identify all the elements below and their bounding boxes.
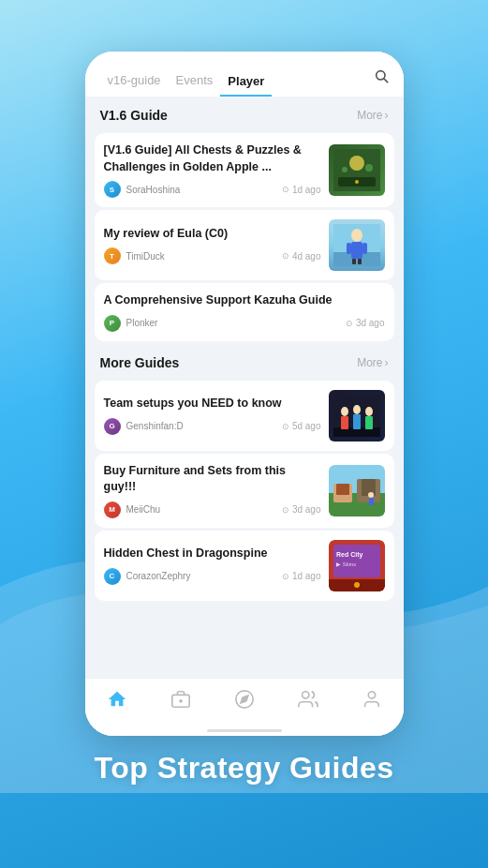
compass-icon [233,688,256,711]
guide-text-4: Team setups you NEED to know G Genshinfa… [104,396,321,435]
time-4: ⊙ 5d ago [282,421,321,431]
svg-point-43 [302,692,308,698]
svg-rect-27 [336,484,349,495]
time-6: ⊙ 1d ago [282,571,321,581]
tab-player[interactable]: Player [220,70,272,97]
time-5: ⊙ 3d ago [282,504,321,515]
svg-point-6 [365,164,373,172]
svg-point-5 [342,167,348,172]
guide-thumb-1 [329,144,385,196]
guide-card-1[interactable]: [V1.6 Guide] All Chests & Puzzles & Chal… [95,133,394,207]
top-navigation: v16-guide Events Player [85,52,404,97]
clock-icon-4: ⊙ [282,422,289,431]
svg-marker-42 [241,696,248,703]
guide-meta-6: C CorazonZephry ⊙ 1d ago [104,568,321,585]
section-header-more: More Guides More › [85,344,404,378]
guide-card-4[interactable]: Team setups you NEED to know G Genshinfa… [95,381,394,451]
home-bar [207,729,282,732]
guide-meta-1: S SoraHoshina ⊙ 1d ago [104,181,321,198]
home-indicator [85,724,404,736]
guide-title-3: A Comprehensive Support Kazuha Guide [104,292,385,309]
svg-point-30 [368,492,374,498]
guide-thumb-6: Red City ▶ Skins [329,540,385,591]
svg-point-18 [341,407,348,416]
avatar-3: P [104,315,121,332]
avatar-5: M [104,501,121,518]
guide-thumb-5 [329,465,385,516]
svg-point-22 [365,407,373,416]
nav-profile[interactable] [351,686,392,712]
time-2: ⊙ 4d ago [282,251,321,262]
app-content: v16-guide Events Player V1.6 Guide Mo [85,52,404,736]
time-3: ⊙ 3d ago [346,318,385,328]
svg-rect-14 [352,259,356,264]
guide-title-6: Hidden Chest in Dragonspine [104,546,321,562]
guide-title-2: My review of Eula (C0) [104,226,321,243]
svg-rect-19 [341,416,348,429]
more-link-v16[interactable]: More › [357,109,388,122]
content-scroll-area[interactable]: V1.6 Guide More › [V1.6 Guide] All Chest… [85,97,404,678]
svg-point-37 [354,582,360,588]
tab-events[interactable]: Events [169,69,221,97]
guide-card-5[interactable]: Buy Furniture and Sets from this guy!!! … [95,454,394,528]
tab-recommended[interactable]: v16-guide [100,69,169,97]
svg-rect-31 [369,498,374,505]
community-icon [297,688,319,711]
clock-icon-2: ⊙ [282,251,289,261]
guide-card-6[interactable]: Hidden Chest in Dragonspine C CorazonZep… [95,531,394,601]
username-1: SoraHoshina [126,185,181,195]
guide-meta-2: T TimiDuck ⊙ 4d ago [104,247,321,264]
guide-text-1: [V1.6 Guide] All Chests & Puzzles & Chal… [104,142,321,198]
svg-point-20 [353,405,361,414]
avatar-1: S [104,181,121,198]
avatar-2: T [104,247,121,264]
search-button[interactable] [366,68,389,97]
svg-rect-21 [353,414,361,429]
nav-home[interactable] [96,686,138,712]
profile-icon [361,688,383,711]
nav-community[interactable] [288,686,329,712]
guide-meta-3: P Plonker ⊙ 3d ago [104,315,385,332]
time-1: ⊙ 1d ago [282,185,321,195]
bottom-navigation [85,678,404,724]
nav-explore[interactable] [224,686,265,712]
guide-card-3[interactable]: A Comprehensive Support Kazuha Guide P P… [95,283,394,341]
section-header-v16: V1.6 Guide More › [85,97,404,130]
guide-title-1: [V1.6 Guide] All Chests & Puzzles & Chal… [104,142,321,175]
guide-text-3: A Comprehensive Support Kazuha Guide P P… [104,292,385,332]
phone-frame: v16-guide Events Player V1.6 Guide Mo [85,52,404,736]
svg-rect-11 [351,242,362,259]
svg-line-1 [384,79,388,82]
svg-rect-15 [358,259,362,264]
svg-point-7 [355,180,359,184]
username-2: TimiDuck [126,251,165,262]
clock-icon-3: ⊙ [346,319,353,328]
svg-rect-12 [347,243,351,254]
svg-point-10 [351,229,362,242]
guide-meta-5: M MeiiChu ⊙ 3d ago [104,501,321,518]
username-5: MeiiChu [126,504,161,515]
nav-store[interactable] [160,686,201,712]
guide-thumb-4 [329,390,385,441]
bottom-title: Top Strategy Guides [94,751,393,786]
username-6: CorazonZephry [126,571,191,581]
username-3: Plonker [126,318,158,328]
clock-icon-5: ⊙ [282,505,289,515]
avatar-6: C [104,568,121,585]
home-icon [106,688,128,711]
svg-point-3 [349,156,364,171]
section-title-more: More Guides [100,355,180,370]
clock-icon-1: ⊙ [282,185,289,194]
guide-title-4: Team setups you NEED to know [104,396,321,412]
svg-text:Red City: Red City [336,551,363,559]
svg-text:▶ Skins: ▶ Skins [336,561,356,567]
guide-card-2[interactable]: My review of Eula (C0) T TimiDuck ⊙ 4d a… [95,210,394,280]
guide-text-6: Hidden Chest in Dragonspine C CorazonZep… [104,546,321,585]
guide-text-2: My review of Eula (C0) T TimiDuck ⊙ 4d a… [104,226,321,265]
guide-text-5: Buy Furniture and Sets from this guy!!! … [104,463,321,518]
svg-point-44 [368,692,375,698]
svg-rect-23 [365,416,373,429]
guide-title-5: Buy Furniture and Sets from this guy!!! [104,463,321,496]
store-icon [170,688,192,711]
more-link-more[interactable]: More › [357,356,388,369]
